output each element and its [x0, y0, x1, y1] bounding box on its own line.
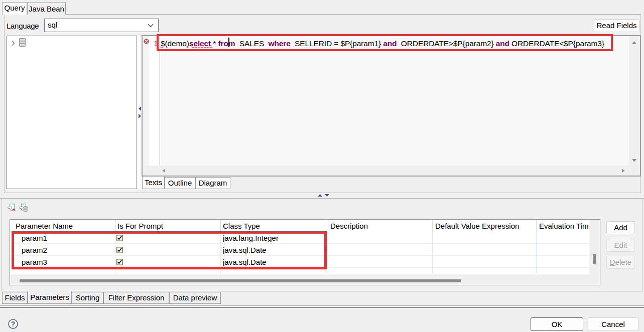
svg-text:?: ? [11, 320, 16, 328]
